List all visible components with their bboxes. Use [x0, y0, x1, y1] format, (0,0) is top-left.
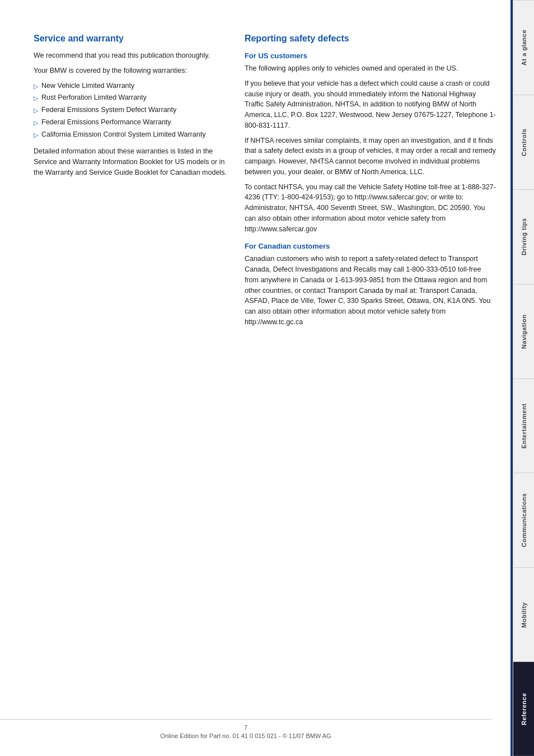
service-intro-1: We recommend that you read this publicat…	[34, 50, 228, 61]
page-number: 7	[0, 724, 491, 731]
reporting-title: Reporting safety defects	[245, 34, 496, 44]
bullet-icon: ▷	[34, 130, 38, 140]
list-item: ▷ Rust Perforation Limited Warranty	[34, 92, 228, 103]
footer: 7 Online Edition for Part no. 01 41 0 01…	[0, 719, 491, 739]
edition-text: Online Edition for Part no. 01 41 0 015 …	[0, 732, 491, 739]
list-item: ▷ California Emission Control System Lim…	[34, 129, 228, 140]
list-item: ▷ Federal Emissions Performance Warranty	[34, 117, 228, 128]
us-customers-title: For US customers	[245, 52, 496, 60]
right-column: Reporting safety defects For US customer…	[245, 34, 496, 689]
warranty-list: ▷ New Vehicle Limited Warranty ▷ Rust Pe…	[34, 81, 228, 140]
canadian-customers-title: For Canadian customers	[245, 242, 496, 250]
bullet-icon: ▷	[34, 106, 38, 115]
sidebar: At a glance Controls Driving tips Naviga…	[513, 0, 534, 756]
bullet-icon: ▷	[34, 82, 38, 91]
main-content: Service and warranty We recommend that y…	[0, 0, 513, 756]
left-column: Service and warranty We recommend that y…	[34, 34, 228, 689]
sidebar-tab-entertainment[interactable]: Entertainment	[513, 379, 534, 473]
sidebar-tab-reference[interactable]: Reference	[513, 662, 534, 756]
list-item: ▷ Federal Emissions System Defect Warran…	[34, 105, 228, 115]
service-intro-2: Your BMW is covered by the following war…	[34, 66, 228, 76]
us-para-4: To contact NHTSA, you may call the Vehic…	[245, 182, 496, 235]
sidebar-tab-at-a-glance[interactable]: At a glance	[513, 0, 534, 95]
bullet-icon: ▷	[34, 94, 38, 103]
sidebar-tab-driving-tips[interactable]: Driving tips	[513, 189, 534, 284]
canada-para-1: Canadian customers who wish to report a …	[245, 254, 496, 327]
bullet-icon: ▷	[34, 118, 38, 128]
warranty-detail: Detailed information about these warrant…	[34, 146, 228, 178]
sidebar-tab-communications[interactable]: Communications	[513, 473, 534, 567]
us-para-3: If NHTSA receives similar complaints, it…	[245, 136, 496, 178]
sidebar-tab-controls[interactable]: Controls	[513, 95, 534, 189]
sidebar-tab-mobility[interactable]: Mobility	[513, 567, 534, 662]
us-para-1: The following applies only to vehicles o…	[245, 63, 496, 74]
service-warranty-title: Service and warranty	[34, 34, 228, 44]
list-item: ▷ New Vehicle Limited Warranty	[34, 81, 228, 91]
us-para-2: If you believe that your vehicle has a d…	[245, 78, 496, 131]
sidebar-tab-navigation[interactable]: Navigation	[513, 284, 534, 379]
